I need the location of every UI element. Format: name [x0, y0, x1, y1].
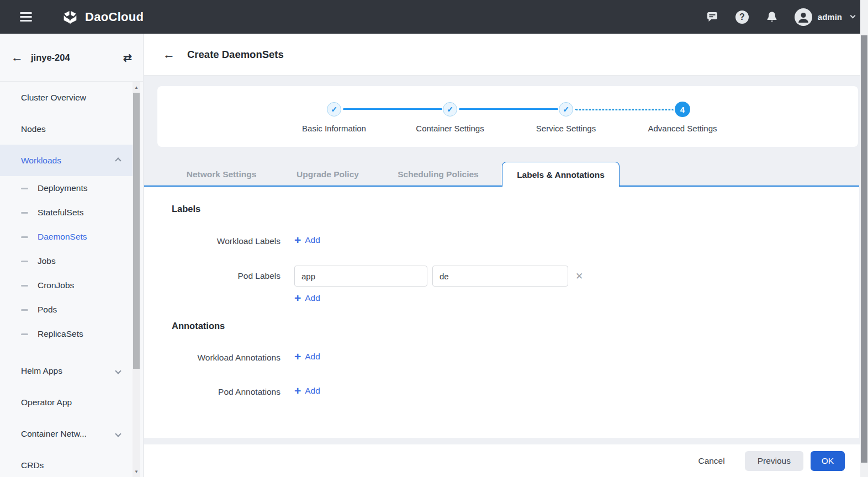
- sidebar-item-pods[interactable]: Pods: [0, 298, 133, 322]
- scroll-up-arrow-icon[interactable]: ▲: [133, 83, 140, 91]
- topbar: DaoCloud ? admin: [0, 0, 868, 34]
- step-label-advanced-settings: Advanced Settings: [622, 124, 743, 133]
- tab-bar: Network Settings Upgrade Policy Scheduli…: [144, 162, 859, 187]
- tab-upgrade-policy[interactable]: Upgrade Policy: [277, 162, 379, 187]
- dash-icon: [21, 333, 28, 335]
- step-label-basic-information: Basic Information: [273, 124, 395, 133]
- chevron-down-icon: [115, 431, 121, 437]
- page-scrollbar-thumb[interactable]: [861, 35, 867, 463]
- sidebar-item-jobs[interactable]: Jobs: [0, 249, 133, 273]
- step-label-service-settings: Service Settings: [505, 124, 627, 133]
- sidebar-item-label: Cluster Overview: [21, 93, 86, 103]
- sidebar-item-cronjobs[interactable]: CronJobs: [0, 273, 133, 298]
- wizard-footer: Cancel Previous OK: [144, 444, 860, 477]
- sidebar-item-label: Helm Apps: [21, 366, 62, 376]
- plus-icon: +: [294, 234, 301, 246]
- question-mark-glyph: ?: [735, 10, 749, 24]
- dash-icon: [21, 212, 28, 214]
- add-button-label: Add: [305, 235, 320, 245]
- ok-button[interactable]: OK: [811, 451, 845, 471]
- step-connector-dotted: [575, 109, 674, 110]
- cancel-button[interactable]: Cancel: [696, 452, 727, 470]
- stepper: ✓ ✓ ✓ 4 Basic Information Container Sett…: [157, 86, 858, 147]
- sidebar-item-label: Container Netw...: [21, 429, 87, 439]
- step-1-check-icon: ✓: [327, 102, 341, 116]
- sidebar-item-nodes[interactable]: Nodes: [0, 113, 133, 145]
- sidebar-back-icon[interactable]: ←: [11, 51, 23, 63]
- notifications-bell-icon[interactable]: [765, 10, 779, 24]
- sidebar-item-label: Operator App: [21, 398, 72, 407]
- sidebar-item-label: Pods: [38, 305, 57, 315]
- sidebar-item-operator-app[interactable]: Operator App: [0, 386, 133, 418]
- sidebar-item-label: Nodes: [21, 124, 46, 134]
- user-menu-chevron-icon[interactable]: [850, 13, 856, 19]
- sidebar-item-label: StatefulSets: [38, 208, 84, 218]
- sidebar-item-label: ReplicaSets: [38, 329, 83, 339]
- dash-icon: [21, 309, 28, 311]
- annotations-section-heading: Annotations: [172, 321, 225, 331]
- messages-icon[interactable]: [705, 10, 719, 24]
- scroll-down-arrow-icon[interactable]: ▼: [133, 468, 140, 475]
- plus-icon: +: [294, 385, 301, 396]
- sidebar-item-statefulsets[interactable]: StatefulSets: [0, 200, 133, 225]
- user-avatar-icon[interactable]: [795, 8, 812, 26]
- add-workload-annotation-button[interactable]: + Add: [294, 351, 320, 362]
- sidebar-item-workloads[interactable]: Workloads: [0, 145, 133, 176]
- sidebar-item-label: CRDs: [21, 460, 44, 470]
- cluster-name: jinye-204: [31, 52, 70, 63]
- chevron-up-icon: [115, 157, 121, 163]
- remove-pod-label-icon[interactable]: ✕: [575, 271, 583, 282]
- add-workload-label-button[interactable]: + Add: [294, 234, 320, 246]
- pod-label-value-input[interactable]: [432, 266, 568, 287]
- hamburger-menu-icon[interactable]: [20, 10, 32, 24]
- brand[interactable]: DaoCloud: [61, 8, 144, 26]
- sidebar-item-daemonsets[interactable]: DaemonSets: [0, 225, 133, 249]
- pod-labels-label: Pod Labels: [144, 271, 280, 281]
- sidebar-header: ← jinye-204 ⇄: [0, 34, 143, 82]
- workload-labels-label: Workload Labels: [144, 236, 280, 246]
- page-header: ← Create DaemonSets: [144, 34, 868, 76]
- add-pod-label-button[interactable]: + Add: [294, 292, 320, 304]
- sidebar-item-label: Workloads: [21, 156, 61, 166]
- sidebar-item-replicasets[interactable]: ReplicaSets: [0, 322, 133, 346]
- plus-icon: +: [294, 351, 301, 362]
- help-icon[interactable]: ?: [735, 10, 749, 24]
- add-button-label: Add: [305, 386, 320, 396]
- daocloud-logo-icon: [61, 8, 80, 26]
- add-button-label: Add: [305, 293, 320, 303]
- pod-label-key-input[interactable]: [294, 266, 427, 287]
- add-button-label: Add: [305, 352, 320, 362]
- dash-icon: [21, 261, 28, 262]
- sidebar-item-helm-apps[interactable]: Helm Apps: [0, 355, 133, 386]
- sidebar-scrollbar[interactable]: ▲ ▼: [133, 82, 140, 477]
- labels-annotations-panel: Labels Workload Labels + Add Pod Labels …: [144, 187, 859, 438]
- sidebar-scrollbar-thumb[interactable]: [133, 93, 140, 369]
- page-back-icon[interactable]: ←: [163, 49, 175, 61]
- step-connector: [459, 108, 558, 110]
- tab-network-settings[interactable]: Network Settings: [166, 162, 277, 187]
- add-pod-annotation-button[interactable]: + Add: [294, 385, 320, 396]
- step-3-check-icon: ✓: [559, 102, 573, 116]
- step-2-check-icon: ✓: [443, 102, 457, 116]
- sidebar: ← jinye-204 ⇄ Cluster Overview Nodes Wor…: [0, 34, 144, 477]
- labels-section-heading: Labels: [172, 204, 200, 214]
- page-scrollbar[interactable]: [860, 0, 868, 477]
- previous-button[interactable]: Previous: [745, 451, 803, 471]
- dash-icon: [21, 188, 28, 189]
- dash-icon: [21, 236, 28, 238]
- sidebar-item-cluster-overview[interactable]: Cluster Overview: [0, 82, 133, 113]
- sidebar-menu: Cluster Overview Nodes Workloads Deploym…: [0, 82, 133, 477]
- sidebar-item-container-network[interactable]: Container Netw...: [0, 418, 133, 449]
- username[interactable]: admin: [818, 12, 842, 22]
- sidebar-item-deployments[interactable]: Deployments: [0, 176, 133, 200]
- topbar-actions: ? admin: [690, 8, 868, 26]
- workload-annotations-label: Workload Annotations: [144, 353, 280, 363]
- dash-icon: [21, 285, 28, 287]
- tab-scheduling-policies[interactable]: Scheduling Policies: [379, 162, 497, 187]
- switch-cluster-icon[interactable]: ⇄: [123, 51, 132, 64]
- step-connector: [343, 108, 442, 110]
- chevron-down-icon: [115, 368, 121, 374]
- tab-labels-annotations[interactable]: Labels & Annotations: [502, 162, 620, 187]
- sidebar-item-crds[interactable]: CRDs: [0, 449, 133, 477]
- page-title: Create DaemonSets: [187, 49, 284, 61]
